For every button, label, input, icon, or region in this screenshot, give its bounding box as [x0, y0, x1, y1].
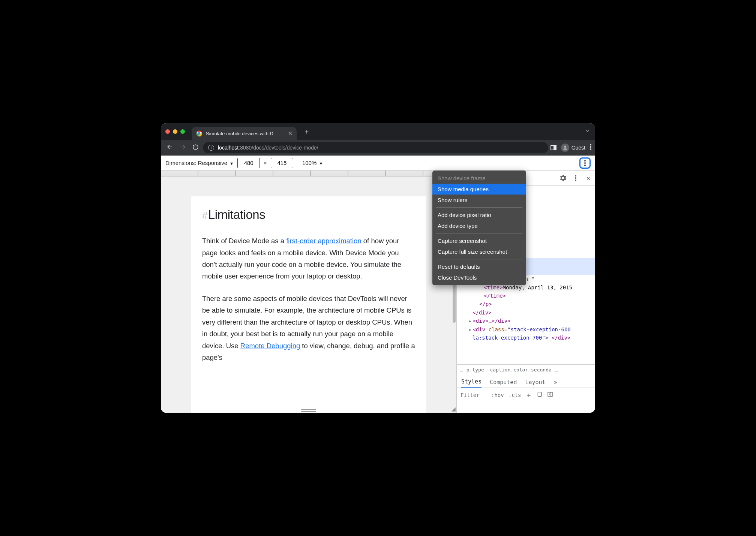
- tab-close-icon[interactable]: ✕: [288, 130, 293, 137]
- menu-item-show-device-frame[interactable]: Show device frame: [432, 173, 526, 184]
- profile-label: Guest: [572, 145, 585, 151]
- tab-strip: Simulate mobile devices with D ✕ ＋: [161, 123, 595, 140]
- window-controls: [165, 129, 185, 134]
- svg-point-9: [584, 162, 586, 164]
- menu-separator: [436, 233, 522, 234]
- height-input[interactable]: [271, 158, 293, 168]
- crumb-selected[interactable]: p.type--caption.color-seconda: [466, 367, 552, 373]
- svg-point-19: [575, 180, 576, 181]
- styles-tabs: Styles Computed Layout »: [457, 375, 595, 388]
- crumb-more-right[interactable]: …: [555, 367, 558, 373]
- browser-tab[interactable]: Simulate mobile devices with D ✕: [192, 127, 297, 140]
- address-bar[interactable]: i localhost:8080/docs/devtools/device-mo…: [203, 142, 548, 153]
- device-toolbar-more-button[interactable]: [579, 157, 591, 169]
- link-first-order[interactable]: first-order approximation: [286, 237, 362, 245]
- profile-chip[interactable]: Guest: [561, 144, 585, 152]
- svg-point-1: [198, 132, 201, 135]
- cls-toggle[interactable]: .cls: [508, 392, 521, 398]
- menu-item-add-dpr[interactable]: Add device pixel ratio: [432, 210, 526, 220]
- devtools-menu-button[interactable]: [572, 174, 579, 182]
- styles-filter-bar: :hov .cls ＋: [457, 388, 595, 402]
- new-style-rule-icon[interactable]: ＋: [525, 391, 532, 400]
- svg-point-5: [590, 144, 591, 145]
- avatar-icon: [561, 144, 569, 152]
- width-input[interactable]: [237, 158, 260, 168]
- main-split: #Limitations Think of Device Mode as a f…: [161, 171, 595, 413]
- dimensions-dropdown[interactable]: Dimensions: Responsive ▼: [165, 160, 234, 166]
- tab-title: Simulate mobile devices with D: [206, 131, 284, 136]
- chrome-favicon-icon: [196, 130, 202, 136]
- forward-button[interactable]: [177, 144, 188, 152]
- devtools-close-button[interactable]: ✕: [585, 174, 592, 182]
- tabs-chevron-icon[interactable]: [585, 128, 591, 135]
- device-toolbar: Dimensions: Responsive ▼ × 100% ▼: [161, 156, 595, 171]
- menu-separator: [436, 207, 522, 208]
- tab-styles[interactable]: Styles: [461, 378, 482, 388]
- svg-point-4: [564, 146, 566, 148]
- svg-point-10: [584, 165, 586, 166]
- reload-button[interactable]: [190, 144, 201, 152]
- device-options-menu: Show device frame Show media queries Sho…: [432, 171, 526, 285]
- menu-item-show-media-queries[interactable]: Show media queries: [432, 184, 526, 195]
- menu-item-capture-screenshot[interactable]: Capture screenshot: [432, 235, 526, 246]
- crumb-more-left[interactable]: …: [460, 367, 463, 373]
- resize-corner-icon[interactable]: ◢: [452, 406, 456, 412]
- drag-handle[interactable]: [301, 409, 316, 412]
- page-heading: #Limitations: [202, 204, 415, 225]
- svg-point-7: [590, 148, 591, 150]
- device-icon[interactable]: [537, 391, 543, 398]
- menu-item-show-rulers[interactable]: Show rulers: [432, 195, 526, 205]
- scrollbar-thumb[interactable]: [453, 281, 456, 323]
- window-close-button[interactable]: [165, 129, 170, 134]
- browser-window: Simulate mobile devices with D ✕ ＋ i loc…: [161, 123, 595, 413]
- chrome-menu-button[interactable]: [590, 144, 591, 151]
- zoom-dropdown[interactable]: 100% ▼: [302, 160, 323, 166]
- toggle-sidebar-icon[interactable]: [547, 391, 553, 398]
- paragraph: Think of Device Mode as a first-order ap…: [202, 235, 415, 282]
- menu-item-reset[interactable]: Reset to defaults: [432, 261, 526, 272]
- tab-layout[interactable]: Layout: [525, 379, 545, 388]
- svg-point-6: [590, 146, 591, 148]
- hov-toggle[interactable]: :hov: [491, 392, 504, 398]
- viewport-pane: #Limitations Think of Device Mode as a f…: [161, 171, 456, 413]
- settings-gear-icon[interactable]: [559, 174, 567, 182]
- window-maximize-button[interactable]: [180, 129, 185, 134]
- window-minimize-button[interactable]: [173, 129, 177, 134]
- url-text: localhost:8080/docs/devtools/device-mode…: [218, 145, 318, 151]
- paragraph: There are some aspects of mobile devices…: [202, 293, 415, 364]
- svg-rect-22: [548, 392, 552, 397]
- side-panel-icon[interactable]: [550, 145, 556, 150]
- back-button[interactable]: [165, 144, 175, 152]
- anchor-hash-icon[interactable]: #: [202, 210, 207, 221]
- times-label: ×: [264, 160, 267, 166]
- link-remote-debugging[interactable]: Remote Debugging: [240, 342, 300, 350]
- toolbar: i localhost:8080/docs/devtools/device-mo…: [161, 140, 595, 156]
- site-info-icon[interactable]: i: [208, 145, 214, 151]
- toolbar-right: Guest: [550, 144, 591, 152]
- page-content: #Limitations Think of Device Mode as a f…: [191, 196, 426, 413]
- svg-point-17: [575, 175, 576, 177]
- new-tab-button[interactable]: ＋: [303, 127, 310, 136]
- svg-point-18: [575, 177, 576, 179]
- menu-separator: [436, 259, 522, 259]
- device-viewport: #Limitations Think of Device Mode as a f…: [161, 177, 456, 413]
- menu-item-capture-full-screenshot[interactable]: Capture full size screenshot: [432, 246, 526, 257]
- ruler[interactable]: [161, 171, 456, 177]
- styles-overflow[interactable]: »: [554, 379, 557, 388]
- tab-computed[interactable]: Computed: [490, 379, 517, 388]
- menu-item-add-device-type[interactable]: Add device type: [432, 220, 526, 231]
- dom-breadcrumbs[interactable]: … p.type--caption.color-seconda …: [457, 364, 595, 375]
- styles-filter-input[interactable]: [460, 392, 487, 398]
- menu-item-close-devtools[interactable]: Close DevTools: [432, 272, 526, 283]
- svg-point-8: [584, 160, 586, 162]
